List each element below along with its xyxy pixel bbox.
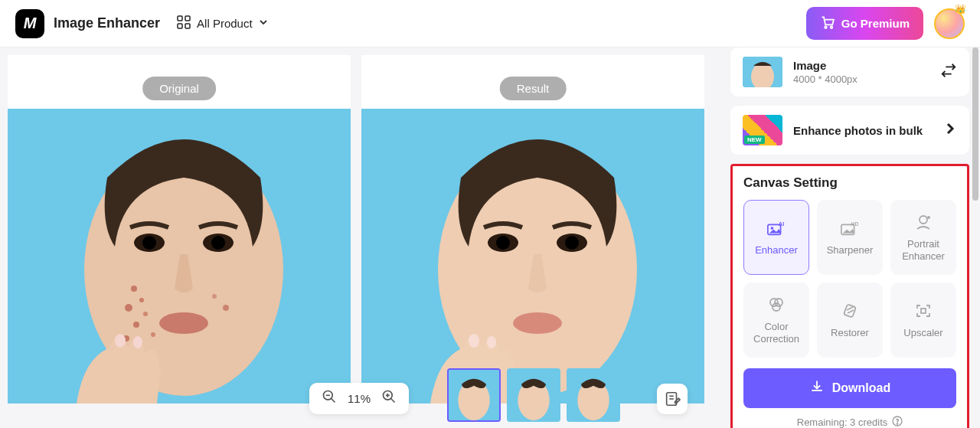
right-sidebar: Image 4000 * 4000px NEW Enhance photos i…: [727, 47, 980, 428]
tool-label: Color Correction: [749, 321, 804, 345]
svg-point-72: [897, 423, 898, 424]
portrait-icon: [913, 214, 933, 230]
image-title: Image: [793, 59, 929, 72]
image-info-card: Image 4000 * 4000px: [730, 47, 969, 96]
image-dimensions: 4000 * 4000px: [793, 74, 929, 85]
svg-line-43: [391, 399, 395, 403]
zoom-in-button[interactable]: [381, 389, 397, 408]
main-area: Original: [0, 47, 980, 428]
bulk-enhance-card[interactable]: NEW Enhance photos in bulk: [730, 106, 969, 155]
canvas-setting-title: Canvas Setting: [743, 175, 956, 191]
tool-restorer[interactable]: Restorer: [817, 283, 883, 358]
tool-grid: AI Enhancer HD Sharpener Portrait Enhanc…: [743, 200, 956, 358]
crown-icon: 👑: [955, 4, 966, 15]
tool-label: Restorer: [831, 327, 869, 339]
original-label: Original: [142, 77, 216, 100]
header-right: Go Premium 👑: [806, 7, 965, 40]
new-badge: NEW: [744, 136, 765, 144]
canvas-area: Original: [0, 47, 727, 428]
original-image: [8, 109, 351, 403]
tool-label: Upscaler: [903, 327, 942, 339]
svg-point-16: [143, 312, 148, 316]
bulk-info: Enhance photos in bulk: [793, 124, 933, 137]
svg-point-24: [144, 350, 159, 381]
svg-point-31: [496, 236, 510, 250]
thumbnail-1[interactable]: [447, 368, 501, 422]
canvas-setting-panel: Canvas Setting AI Enhancer HD Sharpener …: [730, 164, 969, 428]
all-product-label: All Product: [197, 17, 253, 30]
credits-text: Remaining: 3 credits: [797, 417, 888, 428]
download-button[interactable]: Download: [743, 368, 956, 408]
app-logo[interactable]: M: [15, 9, 44, 38]
premium-label: Go Premium: [841, 17, 910, 30]
user-avatar[interactable]: 👑: [934, 8, 965, 39]
svg-rect-3: [185, 24, 190, 28]
go-premium-button[interactable]: Go Premium: [806, 7, 923, 40]
tool-sharpener[interactable]: HD Sharpener: [817, 200, 883, 275]
svg-rect-1: [185, 16, 190, 21]
sidebar-scrollbar[interactable]: [972, 47, 978, 201]
tool-color-correction[interactable]: Color Correction: [743, 283, 809, 358]
svg-point-17: [133, 322, 139, 328]
image-thumbnail: [743, 57, 782, 87]
app-title: Image Enhancer: [54, 15, 160, 31]
zoom-value: 11%: [348, 392, 371, 405]
original-panel: Original: [8, 55, 351, 403]
svg-point-20: [212, 294, 217, 299]
svg-point-5: [831, 26, 833, 28]
bulk-thumbnail: NEW: [743, 115, 782, 145]
svg-point-18: [151, 332, 155, 337]
tool-enhancer[interactable]: AI Enhancer: [743, 200, 809, 275]
thumbnail-3[interactable]: [567, 368, 620, 422]
app-header: M Image Enhancer All Product Go Premium …: [0, 0, 980, 47]
svg-point-26: [133, 336, 142, 348]
svg-point-14: [139, 298, 144, 302]
bulk-title: Enhance photos in bulk: [793, 124, 933, 137]
tool-portrait-enhancer[interactable]: Portrait Enhancer: [890, 200, 956, 275]
svg-point-62: [920, 216, 927, 224]
svg-point-15: [125, 304, 132, 312]
chevron-right-icon: [943, 122, 957, 139]
svg-rect-70: [921, 309, 926, 313]
color-icon: [766, 296, 786, 313]
cart-icon: [820, 15, 835, 32]
header-left: M Image Enhancer All Product: [15, 9, 268, 38]
upscaler-icon: [913, 302, 933, 319]
svg-line-68: [847, 307, 853, 310]
svg-point-12: [159, 312, 208, 334]
svg-point-13: [131, 286, 137, 292]
annotation-button[interactable]: [657, 384, 688, 414]
restorer-icon: [840, 302, 860, 319]
zoom-control: 11%: [309, 383, 409, 414]
svg-rect-0: [178, 16, 182, 21]
svg-rect-67: [844, 305, 856, 318]
svg-point-25: [115, 334, 126, 348]
svg-point-21: [223, 305, 229, 311]
grid-icon: [177, 15, 191, 32]
svg-point-59: [771, 227, 774, 230]
svg-point-33: [513, 312, 562, 334]
svg-point-66: [773, 303, 780, 311]
thumbnail-2[interactable]: [507, 368, 560, 422]
thumbnail-strip: [447, 368, 620, 422]
image-info: Image 4000 * 4000px: [793, 59, 929, 85]
credits-remaining: Remaining: 3 credits: [743, 416, 956, 428]
result-image: [361, 109, 704, 403]
enhancer-icon: AI: [766, 220, 786, 237]
all-product-dropdown[interactable]: All Product: [177, 15, 268, 32]
svg-point-38: [487, 336, 496, 348]
svg-point-37: [469, 334, 479, 348]
swap-icon[interactable]: [940, 62, 957, 83]
tool-label: Portrait Enhancer: [896, 238, 951, 262]
tool-label: Sharpener: [827, 244, 874, 256]
svg-point-65: [775, 299, 782, 306]
zoom-out-button[interactable]: [322, 389, 337, 408]
chevron-down-icon: [259, 18, 268, 29]
svg-line-40: [332, 399, 335, 403]
help-icon[interactable]: [892, 416, 903, 428]
svg-point-32: [565, 236, 579, 250]
svg-point-4: [825, 26, 827, 28]
tool-upscaler[interactable]: Upscaler: [890, 283, 956, 358]
compare-panels: Original: [8, 55, 727, 403]
result-panel: Result: [361, 55, 704, 403]
